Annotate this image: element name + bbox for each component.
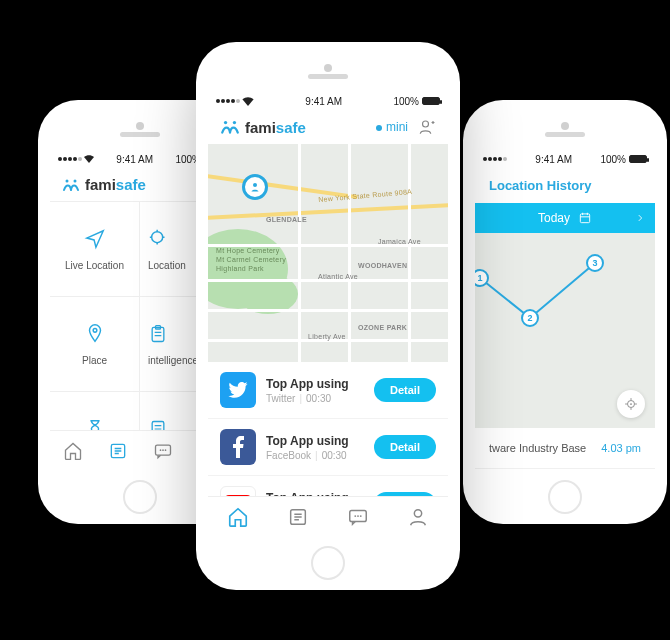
svg-point-15 <box>162 449 164 451</box>
map-label: Atlantic Ave <box>318 273 358 280</box>
list-icon <box>287 506 309 528</box>
clipboard-icon <box>148 323 168 345</box>
wifi-icon <box>84 155 94 163</box>
status-time: 9:41 AM <box>116 154 153 165</box>
date-label: Today <box>538 211 570 225</box>
svg-point-28 <box>357 515 359 517</box>
detail-button[interactable]: Detail <box>374 378 436 402</box>
cell-label: Live Location <box>65 260 124 271</box>
home-icon <box>63 441 83 461</box>
tab-home[interactable] <box>227 506 249 532</box>
logo: famisafe <box>62 176 146 193</box>
svg-point-30 <box>414 509 421 516</box>
map-label: GLENDALE <box>266 216 307 223</box>
status-bar: 9:41 AM 100% <box>208 92 448 110</box>
status-bar: 9:41 AM 100% <box>475 150 655 168</box>
status-time: 9:41 AM <box>305 96 342 107</box>
tab-list[interactable] <box>287 506 309 532</box>
svg-rect-18 <box>580 214 589 223</box>
phone-center: 9:41 AM 100% famisafe mini GL <box>196 42 460 590</box>
location-history-title: Location History <box>475 168 655 203</box>
svg-point-2 <box>152 231 163 242</box>
logo-icon <box>220 119 240 135</box>
history-map[interactable]: Jamaica Ave Atlantic Ave Liberty Ave WOO… <box>475 233 655 428</box>
profile-selector[interactable]: mini <box>376 120 408 134</box>
cell-label: Location <box>148 260 186 271</box>
svg-point-29 <box>360 515 362 517</box>
compass-icon <box>84 228 106 250</box>
svg-point-23 <box>423 121 429 127</box>
svg-point-21 <box>224 121 227 124</box>
app-title: Top App using <box>266 434 364 448</box>
add-person-icon[interactable] <box>418 118 436 136</box>
map-label: OZONE PARK <box>358 324 407 331</box>
cell-label: intelligence <box>148 355 198 366</box>
logo: famisafe <box>220 119 306 136</box>
history-row[interactable]: tware Industry Base4.03 pm <box>475 428 655 469</box>
facebook-icon <box>220 429 256 465</box>
map-label: New York State Route 908A <box>318 188 413 203</box>
tab-list[interactable] <box>108 441 128 464</box>
map-label: Liberty Ave <box>308 333 346 340</box>
brand-header: famisafe mini <box>208 110 448 144</box>
svg-point-27 <box>354 515 356 517</box>
grid-place[interactable]: Place <box>50 297 140 392</box>
crosshair-icon <box>624 397 638 411</box>
route-node[interactable]: 3 <box>586 254 604 272</box>
svg-point-3 <box>93 328 97 332</box>
route-node[interactable]: 2 <box>521 309 539 327</box>
location-icon <box>148 228 170 250</box>
pin-icon <box>84 323 106 345</box>
recenter-button[interactable] <box>617 390 645 418</box>
svg-point-0 <box>66 179 69 182</box>
detail-button[interactable]: Detail <box>374 435 436 459</box>
twitter-icon <box>220 372 256 408</box>
app-row-twitter[interactable]: Top App usingTwitter|00:30 Detail <box>208 362 448 419</box>
tab-chat[interactable] <box>347 506 369 532</box>
svg-point-16 <box>164 449 166 451</box>
chevron-right-icon <box>635 213 645 223</box>
chat-icon <box>347 506 369 528</box>
tab-chat[interactable] <box>153 441 173 464</box>
map-label: Mt Hope Cemetery Mt Carmel Cemetery High… <box>216 246 286 273</box>
map-label: WOODHAVEN <box>358 262 407 269</box>
tab-home[interactable] <box>63 441 83 464</box>
date-picker-bar[interactable]: Today <box>475 203 655 233</box>
app-title: Top App using <box>266 377 364 391</box>
current-location-pin[interactable] <box>242 174 268 200</box>
map-label: Jamaica Ave <box>378 238 421 245</box>
home-icon <box>227 506 249 528</box>
history-row[interactable]: me2.16 pm <box>475 469 655 474</box>
live-map[interactable]: GLENDALE WOODHAVEN OZONE PARK Mt Hope Ce… <box>208 144 448 362</box>
svg-point-1 <box>74 179 77 182</box>
svg-point-14 <box>159 449 161 451</box>
chat-icon <box>153 441 173 461</box>
calendar-icon <box>578 211 592 225</box>
grid-live-location[interactable]: Live Location <box>50 202 140 297</box>
person-icon <box>407 506 429 528</box>
cell-label: Place <box>82 355 107 366</box>
phone-right: 9:41 AM 100% Location History Today Jama… <box>463 100 667 524</box>
svg-point-24 <box>253 183 257 187</box>
app-row-facebook[interactable]: Top App usingFaceBook|00:30 Detail <box>208 419 448 476</box>
list-icon <box>108 441 128 461</box>
wifi-icon <box>242 97 254 106</box>
svg-point-20 <box>630 403 632 405</box>
tab-profile[interactable] <box>407 506 429 532</box>
logo-icon <box>62 178 80 192</box>
tab-bar <box>208 496 448 540</box>
status-time: 9:41 AM <box>535 154 572 165</box>
battery-pct: 100% <box>393 96 419 107</box>
svg-point-22 <box>233 121 236 124</box>
